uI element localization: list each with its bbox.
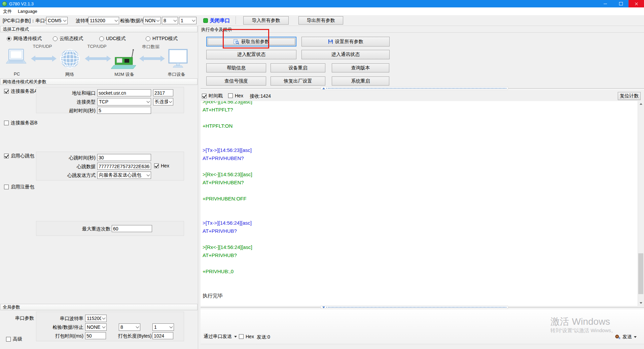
pack-len-label: 打包长度(Bytes) xyxy=(115,332,152,339)
radio-icon xyxy=(146,36,150,41)
conn-type-select[interactable]: TCP xyxy=(97,98,151,105)
stopbits-select[interactable]: 1 xyxy=(179,17,196,24)
export-params-button[interactable]: 导出所有参数 xyxy=(298,16,343,25)
timestamp-checkbox[interactable]: 时间戳 xyxy=(202,93,223,99)
diagram-link-label: TCP/UDP xyxy=(29,44,56,49)
window-title: G780 V2.1.3 xyxy=(9,1,34,6)
net-params-header: 网络透传模式相关参数 xyxy=(0,78,198,85)
close-button[interactable] xyxy=(629,0,644,7)
global-baud-select[interactable]: 115200 xyxy=(85,315,107,322)
reconnect-group: 最大重连次数 xyxy=(36,221,184,236)
scrollbar-thumb[interactable] xyxy=(638,253,643,294)
log-line: +PRIVHUB:,0 xyxy=(203,267,638,276)
reset-count-button[interactable]: 复位计数 xyxy=(618,92,641,100)
log-line: >[Tx->][14:56:23][asc] xyxy=(203,146,638,154)
radio-transparent-mode[interactable]: 网络透传模式 xyxy=(7,36,42,42)
heartbeat-checkbox[interactable]: 启用心跳包 xyxy=(4,153,34,159)
dropdown-arrow-icon xyxy=(234,336,237,338)
diagram-node-label: 串口设备 xyxy=(164,71,189,77)
annotation-rectangle xyxy=(223,29,269,49)
parity-select[interactable]: NONI xyxy=(143,17,161,24)
log-line xyxy=(203,211,638,219)
help-info-button[interactable]: 帮助信息 xyxy=(206,63,266,72)
maximize-button[interactable] xyxy=(613,0,629,7)
receive-count: 接收:1424 xyxy=(250,93,271,99)
scroll-up-icon[interactable] xyxy=(638,101,644,107)
checkbox-icon xyxy=(6,337,11,342)
enter-config-button[interactable]: 进入配置状态 xyxy=(206,50,296,59)
serial-params-label: 串口参数 xyxy=(15,315,35,321)
server-port-input[interactable] xyxy=(153,89,173,96)
heartbeat-time-input[interactable] xyxy=(97,154,151,161)
minimize-button[interactable] xyxy=(598,0,613,7)
conn-mode-select[interactable]: 长连接 xyxy=(153,98,173,105)
pack-time-label: 打包时间(ms) xyxy=(36,332,83,339)
log-line: >[Rx<-][14:56:23][asc] xyxy=(203,101,638,106)
system-reboot-button[interactable]: 系统重启 xyxy=(332,76,389,86)
command-log-panel: 执行命令及提示 获取当前参数 设置所有参数 xyxy=(201,26,644,349)
radio-icon xyxy=(53,36,58,41)
splitter-handle-top[interactable] xyxy=(321,87,508,90)
log-hex-checkbox[interactable]: Hex xyxy=(228,93,243,98)
radio-httpd-mode[interactable]: HTTPD模式 xyxy=(146,36,178,42)
import-params-button[interactable]: 导入所有参数 xyxy=(243,16,289,25)
radio-cloud-mode[interactable]: 云组态模式 xyxy=(53,36,83,42)
heartbeat-data-input[interactable] xyxy=(97,163,151,170)
com-port-select[interactable]: COM5 xyxy=(46,17,68,24)
device-reboot-button[interactable]: 设备重启 xyxy=(271,63,325,72)
server-address-input[interactable] xyxy=(97,89,151,96)
send-hex-checkbox[interactable]: Hex xyxy=(239,334,254,339)
global-serial-group: 串口波特率 115200 检验/数据/停止 NONE 8 1 打包时间(ms) … xyxy=(36,312,184,341)
advanced-checkbox[interactable]: 高级 xyxy=(6,336,22,342)
reconnect-label: 最大重连次数 xyxy=(36,225,110,232)
chevron-down-icon xyxy=(146,172,151,179)
reconnect-input[interactable] xyxy=(112,225,152,232)
heartbeat-data-label: 心跳数据 xyxy=(36,163,96,170)
close-serial-button[interactable]: 关闭串口 xyxy=(210,18,230,24)
chevron-down-icon xyxy=(168,98,173,105)
scroll-down-icon[interactable] xyxy=(638,300,644,306)
heartbeat-mode-select[interactable]: 向服务器发送心跳包 xyxy=(97,171,151,179)
global-baud-label: 串口波特率 xyxy=(36,315,83,322)
checkbox-icon xyxy=(239,334,244,339)
checkbox-icon xyxy=(4,185,9,189)
conn-type-label: 连接类型 xyxy=(36,98,96,105)
send-via-serial-dropdown[interactable]: 通过串口发送 xyxy=(204,334,237,340)
timeout-input[interactable] xyxy=(97,107,151,114)
heartbeat-group: 心跳时间(秒) 心跳数据 Hex 心跳发送方式 向服务器发送心跳包 xyxy=(36,152,184,181)
query-version-button[interactable]: 查询版本 xyxy=(332,63,389,72)
global-parity-select[interactable]: NONE xyxy=(85,323,107,331)
pc-serial-label: [PC串口参数]：串口号 xyxy=(3,18,49,24)
speaker-icon xyxy=(615,335,620,339)
query-signal-button[interactable]: 查信号强度 xyxy=(206,76,266,86)
register-checkbox[interactable]: 启用注册包 xyxy=(4,184,34,190)
server-a-checkbox[interactable]: 连接服务器A xyxy=(4,88,37,94)
log-line: AT+PRIVHUBEN? xyxy=(203,154,638,162)
menu-language[interactable]: Language xyxy=(15,9,40,14)
pack-len-input[interactable] xyxy=(152,332,173,339)
global-stopbits-select[interactable]: 1 xyxy=(152,323,174,331)
baud-select[interactable]: 115200 xyxy=(88,17,119,24)
global-databits-select[interactable]: 8 xyxy=(119,323,140,331)
log-line xyxy=(203,284,638,292)
chevron-down-icon xyxy=(146,98,151,105)
addr-port-label: 地址和端口 xyxy=(36,90,96,96)
titlebar: G780 V2.1.3 xyxy=(0,0,644,7)
enter-comm-button[interactable]: 进入通讯状态 xyxy=(301,50,390,59)
send-button[interactable]: 发送 xyxy=(613,333,639,341)
menu-file[interactable]: 文件 xyxy=(0,8,15,14)
radio-udc-mode[interactable]: UDC模式 xyxy=(99,36,126,42)
splitter-handle-bottom[interactable] xyxy=(321,306,508,309)
heartbeat-hex-checkbox[interactable]: Hex xyxy=(154,163,169,168)
set-all-params-button[interactable]: 设置所有参数 xyxy=(301,37,390,46)
log-scrollbar[interactable] xyxy=(638,101,643,306)
databits-select[interactable]: 8 xyxy=(162,17,178,24)
pack-time-input[interactable] xyxy=(85,332,106,339)
global-params-header: 全局参数 xyxy=(0,304,198,310)
factory-reset-button[interactable]: 恢复出厂设置 xyxy=(271,76,325,86)
log-area[interactable]: >[Rx<-][14:56:23][asc]AT+HTPFLT? +HTPFLT… xyxy=(201,101,638,306)
server-b-checkbox[interactable]: 连接服务器B xyxy=(4,120,37,126)
dropdown-arrow-icon xyxy=(634,336,637,338)
chevron-down-icon xyxy=(62,17,67,24)
bottom-strip xyxy=(201,344,644,349)
